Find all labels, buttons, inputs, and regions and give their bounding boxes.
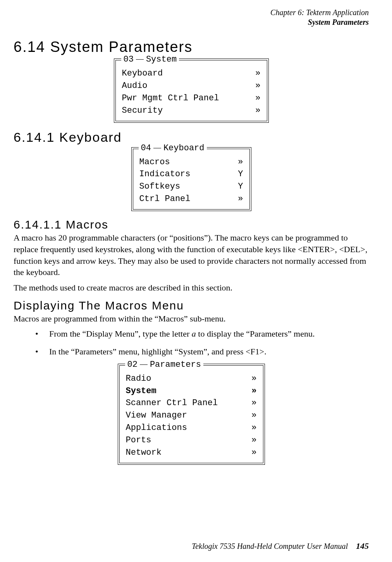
menu-row: Audio » xyxy=(122,80,261,92)
menu-row-value: » xyxy=(238,193,243,205)
list-item-emphasis: a xyxy=(192,329,196,339)
menu-keyboard-legend-title: Keyboard xyxy=(163,143,205,153)
heading-6-14-1-1: 6.14.1.1 Macros xyxy=(14,218,369,231)
instruction-list: From the “Display Menu”, type the letter… xyxy=(14,328,369,357)
header-section: System Parameters xyxy=(14,17,369,27)
menu-row-value: » xyxy=(251,447,256,459)
footer-page-number: 145 xyxy=(356,541,369,551)
menu-row-label: Softkeys xyxy=(139,180,181,193)
menu-row-value: » xyxy=(251,385,256,397)
menu-row: Security » xyxy=(122,105,261,117)
menu-row-value: » xyxy=(255,92,260,105)
menu-keyboard-inner: 04 Keyboard Macros » Indicators Y Softke… xyxy=(133,149,250,210)
list-item-text-a: From the “Display Menu”, type the letter xyxy=(49,329,192,339)
menu-row-value: Y xyxy=(238,168,243,180)
page-footer: Teklogix 7535 Hand-Held Computer User Ma… xyxy=(192,541,369,551)
menu-row: Softkeys Y xyxy=(139,180,243,193)
menu-row-value: » xyxy=(255,105,260,117)
paragraph-macros-description: A macro has 20 programmable characters (… xyxy=(14,232,369,278)
heading-displaying-macros-menu: Displaying The Macros Menu xyxy=(14,299,369,312)
menu-system-wrap: 03 System Keyboard » Audio » Pwr Mgmt Ct… xyxy=(14,58,369,123)
heading-6-14: 6.14 System Parameters xyxy=(14,39,369,55)
paragraph-macros-submenu: Macros are programmed from within the “M… xyxy=(14,313,369,325)
menu-row-label: Applications xyxy=(126,422,187,434)
list-item-text: In the “Parameters” menu, highlight “Sys… xyxy=(49,347,266,356)
menu-row: Ports » xyxy=(126,434,257,447)
menu-parameters-legend-num: 02 xyxy=(127,360,138,370)
menu-row: Network » xyxy=(126,447,257,459)
menu-system-outer: 03 System Keyboard » Audio » Pwr Mgmt Ct… xyxy=(114,58,269,123)
list-item: In the “Parameters” menu, highlight “Sys… xyxy=(35,346,369,357)
menu-row-label: Scanner Ctrl Panel xyxy=(126,397,218,409)
menu-system-legend-num: 03 xyxy=(124,55,134,64)
menu-row-label: Ports xyxy=(126,434,151,447)
menu-row-value: » xyxy=(255,80,260,92)
menu-system-legend-title: System xyxy=(146,55,177,64)
menu-row-highlighted: System » xyxy=(126,385,257,397)
header-chapter: Chapter 6: Tekterm Application xyxy=(14,8,369,17)
menu-row-value: » xyxy=(238,156,243,168)
list-item-text-b: to display the “Parameters” menu. xyxy=(196,329,315,339)
menu-parameters-wrap: 02 Parameters Radio » System » Scanner C… xyxy=(14,364,369,465)
menu-row-value: » xyxy=(251,422,256,434)
menu-system-legend: 03 System xyxy=(121,55,179,64)
menu-keyboard-outer: 04 Keyboard Macros » Indicators Y Softke… xyxy=(131,147,251,211)
menu-parameters-legend: 02 Parameters xyxy=(125,360,203,370)
menu-row-label: Audio xyxy=(122,80,148,92)
menu-row: Applications » xyxy=(126,422,257,434)
menu-row-value: Y xyxy=(238,180,243,193)
menu-row-label: System xyxy=(126,385,156,397)
menu-row-label: Keyboard xyxy=(122,67,163,80)
menu-row-label: Network xyxy=(126,447,162,459)
heading-6-14-1: 6.14.1 Keyboard xyxy=(14,130,369,145)
menu-row-value: » xyxy=(251,373,256,385)
menu-parameters-outer: 02 Parameters Radio » System » Scanner C… xyxy=(118,364,265,465)
menu-row: Indicators Y xyxy=(139,168,243,180)
menu-keyboard-legend: 04 Keyboard xyxy=(139,143,207,153)
footer-book-title: Teklogix 7535 Hand-Held Computer User Ma… xyxy=(192,542,348,550)
menu-row-value: » xyxy=(251,434,256,447)
menu-row: Ctrl Panel » xyxy=(139,193,243,205)
running-header: Chapter 6: Tekterm Application System Pa… xyxy=(14,8,369,27)
menu-row: Macros » xyxy=(139,156,243,168)
menu-row-label: Macros xyxy=(139,156,170,168)
legend-dash-icon xyxy=(153,148,161,148)
menu-row: View Manager » xyxy=(126,409,257,422)
paragraph-macros-methods: The methods used to create macros are de… xyxy=(14,282,369,294)
menu-row-label: Security xyxy=(122,105,163,117)
legend-dash-icon xyxy=(140,364,148,365)
menu-row: Pwr Mgmt Ctrl Panel » xyxy=(122,92,261,105)
legend-dash-icon xyxy=(136,59,144,60)
menu-parameters-legend-title: Parameters xyxy=(150,360,201,370)
menu-parameters-inner: 02 Parameters Radio » System » Scanner C… xyxy=(119,365,263,463)
menu-row-value: » xyxy=(251,397,256,409)
menu-row-label: Indicators xyxy=(139,168,191,180)
menu-keyboard-legend-num: 04 xyxy=(141,143,151,153)
menu-row-label: Pwr Mgmt Ctrl Panel xyxy=(122,92,219,105)
menu-row-label: Ctrl Panel xyxy=(139,193,191,205)
menu-row-value: » xyxy=(251,409,256,422)
menu-keyboard-wrap: 04 Keyboard Macros » Indicators Y Softke… xyxy=(14,147,369,211)
menu-row-label: View Manager xyxy=(126,409,187,422)
menu-row: Keyboard » xyxy=(122,67,261,80)
menu-row-value: » xyxy=(255,67,260,80)
menu-row: Radio » xyxy=(126,373,257,385)
menu-row-label: Radio xyxy=(126,373,151,385)
menu-row: Scanner Ctrl Panel » xyxy=(126,397,257,409)
list-item: From the “Display Menu”, type the letter… xyxy=(35,328,369,340)
menu-system-inner: 03 System Keyboard » Audio » Pwr Mgmt Ct… xyxy=(115,60,267,121)
